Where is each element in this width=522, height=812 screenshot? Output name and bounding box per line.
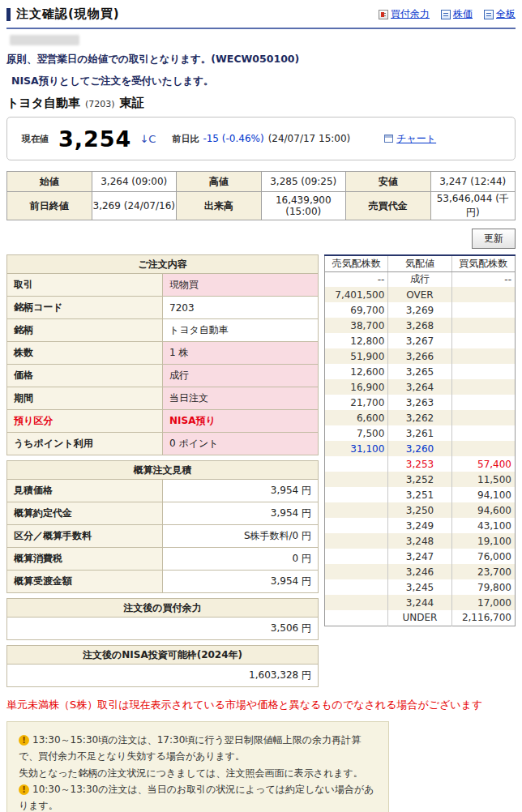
sell-quantity: 12,600 bbox=[325, 364, 388, 379]
detail-label: 期間 bbox=[7, 387, 163, 410]
sell-quantity bbox=[325, 502, 388, 518]
price-level: 3,268 bbox=[388, 318, 451, 333]
sell-quantity: 12,800 bbox=[325, 333, 388, 348]
orderbook-row: 12,8003,267 bbox=[325, 333, 516, 348]
orderbook-row: 3,24579,800 bbox=[325, 579, 516, 595]
order-detail-row: 価格成行 bbox=[7, 365, 319, 387]
sell-quantity: 21,700 bbox=[325, 395, 388, 410]
detail-label: 価格 bbox=[7, 365, 163, 387]
buy-quantity bbox=[451, 287, 515, 302]
detail-label: 銘柄コード bbox=[7, 297, 163, 319]
change-value: -15 (-0.46%) bbox=[203, 133, 263, 144]
price-level: UNDER bbox=[388, 610, 451, 626]
stock-header: トヨタ自動車 (7203) 東証 bbox=[6, 96, 516, 111]
orderbook-row: 3,24776,000 bbox=[325, 549, 516, 564]
buy-quantity bbox=[451, 441, 515, 456]
sell-quantity: -- bbox=[325, 271, 388, 287]
buy-quantity bbox=[451, 318, 515, 333]
price-level: OVER bbox=[388, 287, 451, 302]
quote-row: 前日終値3,269 (24/07/16)出来高16,439,900 (15:00… bbox=[7, 192, 516, 220]
chart-link[interactable]: チャート bbox=[384, 132, 436, 146]
nisa-notice: NISA預りとしてご注文を受付いたします。 bbox=[11, 75, 516, 88]
stock-code: (7203) bbox=[85, 99, 115, 109]
sell-quantity: 51,900 bbox=[325, 348, 388, 364]
sell-quantity: 6,600 bbox=[325, 410, 388, 425]
notice-line: 失効となった銘柄の注文状況につきましては、注文照会画面に表示されます。 bbox=[19, 765, 377, 781]
order-detail-row: うちポイント利用0 ポイント bbox=[7, 433, 319, 455]
sell-quantity: 38,700 bbox=[325, 318, 388, 333]
buy-quantity bbox=[451, 364, 515, 379]
buy-quantity: 23,700 bbox=[451, 564, 515, 579]
notice-line: !13:30～15:30頃の注文は、17:30頃に行う翌日制限値幅上限の余力再計… bbox=[19, 732, 377, 765]
sell-quantity: 7,500 bbox=[325, 425, 388, 441]
detail-value: 0 ポイント bbox=[163, 433, 319, 455]
price-level: 3,248 bbox=[388, 533, 451, 549]
estimate-label: 見積価格 bbox=[7, 480, 163, 502]
execution-notice: 原則、翌営業日の始値での取引となります。(WECW050100) bbox=[6, 53, 516, 66]
page-title: 注文確認(現物買) bbox=[16, 6, 120, 22]
quote-value: 3,247 (12:44) bbox=[430, 172, 516, 192]
quote-row: 始値3,264 (09:00)高値3,285 (09:25)安値3,247 (1… bbox=[7, 172, 516, 192]
buy-quantity: 11,500 bbox=[451, 472, 515, 487]
header-link-full-board[interactable]: 全板 bbox=[484, 7, 516, 21]
estimate-row: 概算約定代金3,954 円 bbox=[7, 502, 319, 525]
quote-label: 安値 bbox=[346, 172, 431, 192]
nisa-limit-title: 注文後のNISA投資可能枠(2024年) bbox=[7, 646, 319, 665]
order-detail-row: 取引現物買 bbox=[7, 274, 319, 297]
estimate-label: 概算約定代金 bbox=[7, 502, 163, 525]
quote-value: 3,285 (09:25) bbox=[261, 172, 346, 192]
refresh-button[interactable]: 更新 bbox=[472, 229, 516, 249]
current-price-value: 3,254 bbox=[58, 126, 131, 152]
warning-icon: ! bbox=[19, 784, 29, 795]
price-level: 3,267 bbox=[388, 333, 451, 348]
orderbook-row: 3,25194,100 bbox=[325, 487, 516, 502]
buying-power-title: 注文後の買付余力 bbox=[7, 599, 319, 618]
quote-value: 3,269 (24/07/16) bbox=[92, 192, 177, 220]
quote-table: 始値3,264 (09:00)高値3,285 (09:25)安値3,247 (1… bbox=[6, 171, 516, 220]
order-details-body: 取引現物買銘柄コード7203銘柄トヨタ自動車株数1 株価格成行期間当日注文預り区… bbox=[7, 274, 319, 455]
orderbook-row: 3,25357,400 bbox=[325, 456, 516, 472]
header-link-buying-power[interactable]: 買付余力 bbox=[379, 7, 430, 21]
order-confirmation-page: 注文確認(現物買) 買付余力株価全板 原則、翌営業日の始値での取引となります。(… bbox=[0, 0, 522, 812]
stock-name: トヨタ自動車 bbox=[6, 96, 80, 111]
order-detail-row: 期間当日注文 bbox=[7, 387, 319, 410]
estimate-table: 概算注文見積 見積価格3,954 円概算約定代金3,954 円区分／概算手数料S… bbox=[6, 460, 319, 593]
price-level: 3,250 bbox=[388, 502, 451, 518]
estimate-value: 3,954 円 bbox=[163, 480, 319, 502]
estimate-row: 見積価格3,954 円 bbox=[7, 480, 319, 502]
buy-quantity: 94,100 bbox=[451, 487, 515, 502]
buy-quantity bbox=[451, 302, 515, 318]
orderbook-row: 7,401,500OVER bbox=[325, 287, 516, 302]
sell-quantity bbox=[325, 564, 388, 579]
order-summary-column: ご注文内容 取引現物買銘柄コード7203銘柄トヨタ自動車株数1 株価格成行期間当… bbox=[6, 254, 319, 687]
warning-icon: ! bbox=[19, 735, 29, 746]
nisa-limit-value: 1,603,328 円 bbox=[7, 665, 319, 687]
estimate-row: 概算受渡金額3,954 円 bbox=[7, 571, 319, 593]
sell-quantity bbox=[325, 595, 388, 610]
price-level: 3,261 bbox=[388, 425, 451, 441]
detail-value: NISA預り bbox=[163, 410, 319, 433]
quote-value: 3,264 (09:00) bbox=[92, 172, 177, 192]
price-level: 3,249 bbox=[388, 518, 451, 533]
quote-value: 16,439,900 (15:00) bbox=[261, 192, 346, 220]
orderbook-row: 16,9003,264 bbox=[325, 379, 516, 395]
estimate-title: 概算注文見積 bbox=[7, 461, 319, 480]
sell-quantity bbox=[325, 472, 388, 487]
buying-power-value: 3,506 円 bbox=[7, 618, 319, 640]
sell-quantity bbox=[325, 610, 388, 626]
price-panel: 現在値 3,254 ↓C 前日比 -15 (-0.46%) (24/07/17 … bbox=[6, 117, 516, 160]
quote-label: 売買代金 bbox=[346, 192, 431, 220]
price-level: 3,252 bbox=[388, 472, 451, 487]
order-details-title: ご注文内容 bbox=[7, 255, 319, 274]
estimate-body: 見積価格3,954 円概算約定代金3,954 円区分／概算手数料S株手数料/0 … bbox=[7, 480, 319, 593]
header-link-stock-price[interactable]: 株価 bbox=[441, 7, 473, 21]
quote-label: 高値 bbox=[177, 172, 262, 192]
sell-quantity: 7,401,500 bbox=[325, 287, 388, 302]
buy-quantity: 57,400 bbox=[451, 456, 515, 472]
buying-power-icon bbox=[379, 10, 388, 19]
buy-quantity bbox=[451, 348, 515, 364]
quote-label: 始値 bbox=[7, 172, 92, 192]
price-level: 3,265 bbox=[388, 364, 451, 379]
buy-quantity bbox=[451, 425, 515, 441]
detail-value: 当日注文 bbox=[163, 387, 319, 410]
